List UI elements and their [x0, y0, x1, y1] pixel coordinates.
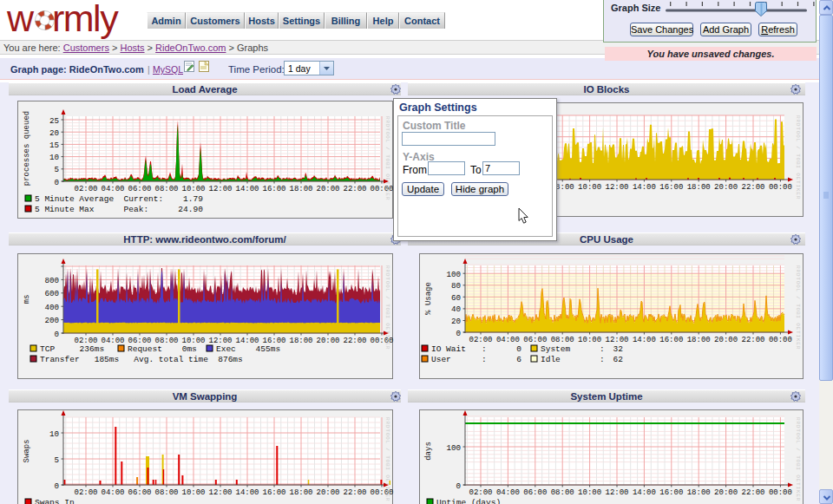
- svg-text:5: 5: [54, 455, 59, 465]
- svg-text:12:00: 12:00: [605, 336, 628, 344]
- svg-text:06:00: 06:00: [128, 185, 151, 193]
- svg-text:Exec 455ms: Exec 455ms: [216, 344, 280, 354]
- svg-text::: :: [482, 355, 487, 364]
- svg-text:100: 100: [446, 270, 461, 279]
- svg-text:06:00: 06:00: [523, 488, 547, 497]
- svg-text:25: 25: [49, 116, 59, 126]
- svg-text:40: 40: [451, 304, 461, 314]
- svg-text:600: 600: [44, 289, 59, 298]
- svg-text:08:00: 08:00: [551, 488, 574, 497]
- svg-text:10: 10: [49, 429, 59, 439]
- svg-text:60: 60: [451, 293, 461, 303]
- svg-text:System: System: [541, 344, 571, 354]
- svg-text:ms: ms: [23, 295, 31, 304]
- svg-text:0: 0: [456, 329, 461, 338]
- svg-text:Request 0ms: Request 0ms: [128, 344, 197, 354]
- svg-text:02:00: 02:00: [74, 488, 97, 497]
- svg-text:5: 5: [54, 165, 59, 174]
- svg-text:20:00: 20:00: [714, 488, 738, 497]
- svg-text:16:00: 16:00: [659, 488, 683, 497]
- svg-text:Swaps: Swaps: [23, 439, 31, 462]
- svg-text:20:00: 20:00: [316, 185, 339, 193]
- svg-text:5 Minute Average Current:: 5 Minute Average Current: 1.79: [35, 194, 203, 204]
- svg-text:10:00: 10:00: [578, 183, 601, 192]
- svg-text:20: 20: [451, 317, 461, 326]
- svg-text::: :: [600, 344, 605, 354]
- svg-text:02:00: 02:00: [469, 488, 492, 497]
- svg-text:RRDTOOL / TOBI OETIKER: RRDTOOL / TOBI OETIKER: [384, 116, 390, 200]
- svg-text:14:00: 14:00: [235, 185, 259, 193]
- svg-text:RRDTOOL / TOBI OETIKER: RRDTOOL / TOBI OETIKER: [384, 417, 390, 501]
- svg-text:10:00: 10:00: [181, 488, 205, 497]
- svg-text:62: 62: [613, 355, 624, 364]
- svg-text:User: User: [431, 355, 451, 364]
- svg-text:22:00: 22:00: [343, 337, 366, 345]
- svg-text:18:00: 18:00: [289, 337, 312, 345]
- svg-text:16:00: 16:00: [262, 488, 285, 497]
- svg-text:10:00: 10:00: [181, 185, 205, 193]
- svg-text:00:00: 00:00: [769, 336, 792, 344]
- svg-text:5 Minute Max Peak: 2: 5 Minute Max Peak: 24.90: [35, 205, 203, 214]
- svg-text:80: 80: [451, 281, 461, 291]
- svg-text:Idle: Idle: [541, 355, 561, 364]
- svg-text:20:00: 20:00: [316, 337, 339, 345]
- svg-text:18:00: 18:00: [687, 183, 711, 192]
- svg-text:15: 15: [49, 141, 59, 150]
- svg-text:RRDTOOL / TOBI OETIKER: RRDTOOL / TOBI OETIKER: [795, 265, 801, 350]
- svg-text:20:00: 20:00: [714, 336, 738, 344]
- svg-text:12:00: 12:00: [208, 185, 232, 193]
- svg-text:16:00: 16:00: [262, 185, 285, 193]
- svg-text:14:00: 14:00: [633, 336, 656, 344]
- svg-text:22:00: 22:00: [741, 183, 764, 192]
- svg-text::: :: [600, 355, 605, 364]
- svg-text:04:00: 04:00: [496, 336, 520, 344]
- svg-text:18:00: 18:00: [289, 488, 312, 497]
- svg-text:12:00: 12:00: [208, 488, 232, 497]
- svg-text:22:00: 22:00: [343, 185, 366, 193]
- svg-text:22:00: 22:00: [741, 488, 764, 497]
- svg-text:04:00: 04:00: [101, 337, 124, 345]
- svg-text:14:00: 14:00: [633, 183, 656, 192]
- svg-text:TCP 236ms: TCP 236ms: [40, 344, 104, 354]
- svg-text:RRDTOOL / TOBI OETIKER: RRDTOOL / TOBI OETIKER: [795, 115, 801, 200]
- svg-text:08:00: 08:00: [154, 488, 178, 497]
- svg-text:0: 0: [516, 344, 521, 354]
- svg-text:IO Wait: IO Wait: [431, 344, 466, 354]
- svg-text:Swaps In: Swaps In: [35, 498, 75, 504]
- svg-text:00:00: 00:00: [769, 488, 792, 497]
- svg-text:12:00: 12:00: [605, 183, 628, 192]
- svg-text:0: 0: [54, 178, 59, 187]
- svg-text:14:00: 14:00: [633, 488, 656, 497]
- svg-text:RRDTOOL / TOBI OETIKER: RRDTOOL / TOBI OETIKER: [384, 265, 390, 350]
- svg-text:08:00: 08:00: [154, 185, 178, 193]
- svg-text:04:00: 04:00: [496, 488, 520, 497]
- svg-text:0: 0: [54, 481, 59, 491]
- svg-text:400: 400: [44, 303, 59, 312]
- svg-text:10: 10: [49, 153, 59, 162]
- svg-text:Transfer 185ms Avg. total: Transfer 185ms Avg. total time 876ms: [40, 355, 243, 364]
- svg-text:10:00: 10:00: [578, 336, 601, 344]
- svg-text:04:00: 04:00: [101, 488, 124, 497]
- svg-text:100: 100: [446, 443, 461, 453]
- svg-text:14:00: 14:00: [235, 488, 259, 497]
- svg-text:20: 20: [49, 128, 59, 138]
- svg-text:12:00: 12:00: [605, 488, 628, 497]
- svg-text:18:00: 18:00: [687, 488, 711, 497]
- svg-text:06:00: 06:00: [523, 336, 547, 344]
- svg-text::: :: [482, 344, 487, 354]
- svg-text:16:00: 16:00: [659, 183, 683, 192]
- svg-text:00:00: 00:00: [769, 183, 792, 192]
- svg-text:200: 200: [44, 316, 59, 325]
- svg-text:processes queued: processes queued: [23, 111, 31, 186]
- svg-text:20:00: 20:00: [714, 183, 738, 192]
- svg-text:32: 32: [613, 344, 624, 354]
- svg-text:days: days: [424, 442, 433, 461]
- svg-text:02:00: 02:00: [74, 185, 97, 193]
- svg-text:22:00: 22:00: [343, 488, 366, 497]
- svg-text:20:00: 20:00: [316, 488, 339, 497]
- svg-text:0: 0: [456, 481, 461, 491]
- svg-text:18:00: 18:00: [687, 336, 711, 344]
- svg-text:02:00: 02:00: [469, 336, 492, 344]
- svg-text:6: 6: [516, 355, 521, 364]
- svg-text:22:00: 22:00: [741, 336, 764, 344]
